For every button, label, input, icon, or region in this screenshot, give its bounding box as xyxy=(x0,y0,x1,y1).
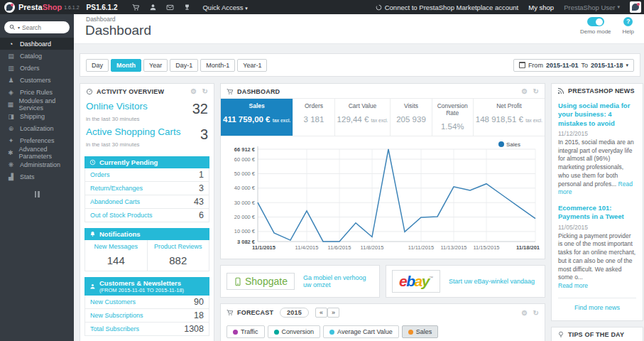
demo-mode-control: Demo mode xyxy=(580,17,611,35)
kpi-sales[interactable]: Sales411 759,00 € tax excl. xyxy=(221,99,293,136)
user-menu[interactable]: PrestaShop User ▾ xyxy=(564,4,620,11)
sidebar-item-modules[interactable]: ▦Modules and Services xyxy=(0,98,74,110)
online-visitors-value: 32 xyxy=(192,101,208,117)
range-button-month[interactable]: Month xyxy=(111,59,141,72)
page-header: Dashboard Dashboard Demo mode ? Help xyxy=(74,14,644,44)
date-range-picker[interactable]: From 2015-11-01 To 2015-11-18 ▾ xyxy=(513,59,634,72)
sidebar-item-advanced-parameters[interactable]: ✱Advanced Parameters xyxy=(0,146,74,158)
kpi-net-profit[interactable]: Net Profit148 918,51 € tax excl. xyxy=(473,99,545,136)
my-shop-link[interactable]: My shop xyxy=(528,4,554,11)
sidebar-collapse-button[interactable] xyxy=(33,191,41,197)
pending-row-orders: Orders1 xyxy=(84,168,209,182)
sidebar-item-orders[interactable]: ▥Orders xyxy=(0,62,74,74)
range-button-year[interactable]: Year xyxy=(143,59,168,72)
forecast-year[interactable]: 2015 xyxy=(280,308,309,318)
range-button-month-1[interactable]: Month-1 xyxy=(200,59,235,72)
search-icon xyxy=(9,24,16,31)
toggle-sales[interactable]: Sales xyxy=(402,325,439,338)
price-tag-icon: ◈ xyxy=(7,89,15,96)
sidebar-item-customers[interactable]: ♟Customers xyxy=(0,74,74,86)
refresh-icon[interactable]: ↻ xyxy=(533,309,539,317)
orders-icon: ▥ xyxy=(7,65,15,72)
news-article-title[interactable]: Ecommerce 101: Payments in a Tweet xyxy=(558,204,636,222)
gear-icon[interactable]: ⚙ xyxy=(521,87,528,95)
messages-icon[interactable] xyxy=(161,4,178,11)
user-avatar[interactable] xyxy=(630,1,641,13)
sidebar-item-stats[interactable]: ▟Stats xyxy=(0,170,74,183)
sidebar-item-preferences[interactable]: ✦Preferences xyxy=(0,134,74,146)
svg-text:40 000 €: 40 000 € xyxy=(234,185,256,191)
shopgate-ad[interactable]: Shopgate Ga mobiel en verhoog uw omzet xyxy=(220,265,380,298)
svg-text:11/8/2015: 11/8/2015 xyxy=(361,244,384,251)
help-icon[interactable]: ? xyxy=(623,17,633,26)
dashboard-icon: ◔ xyxy=(7,40,15,48)
breadcrumb[interactable]: Dashboard xyxy=(86,16,116,23)
active-carts-link[interactable]: Active Shopping Carts xyxy=(86,126,181,137)
svg-text:11/4/2015: 11/4/2015 xyxy=(295,244,319,251)
sidebar-item-catalog[interactable]: ▤Catalog xyxy=(0,50,74,62)
news-panel-header: PRESTASHOP NEWS xyxy=(552,84,643,97)
kpi-cart-value[interactable]: Cart Value129,44 € tax excl. xyxy=(334,99,391,136)
forecast-next-button[interactable]: » xyxy=(327,308,339,318)
lightbulb-icon xyxy=(557,331,564,338)
kpi-visits[interactable]: Visits205 939 xyxy=(390,99,431,136)
gears-icon: ✱ xyxy=(7,149,14,156)
quick-access-menu[interactable]: Quick Access ▾ xyxy=(202,4,247,11)
search-type-caret[interactable]: ▾ xyxy=(18,25,20,30)
search-input[interactable] xyxy=(22,24,59,31)
online-visitors-sub: in the last 30 minutes xyxy=(86,116,208,122)
bell-icon xyxy=(89,231,96,237)
demo-mode-toggle[interactable] xyxy=(587,17,604,26)
chevron-down-icon: ▾ xyxy=(626,63,628,68)
cart-icon[interactable] xyxy=(127,4,144,11)
kpi-orders[interactable]: Orders3 181 xyxy=(293,99,334,136)
sidebar-search[interactable]: ▾ xyxy=(4,21,70,33)
range-button-day-1[interactable]: Day-1 xyxy=(170,59,198,72)
range-button-year-1[interactable]: Year-1 xyxy=(237,59,267,72)
gear-icon[interactable]: ⚙ xyxy=(190,87,197,95)
news-article-body: In 2015, social media are an integral pa… xyxy=(558,139,636,197)
page-title: Dashboard xyxy=(85,23,151,38)
chevron-down-icon: ▾ xyxy=(245,6,248,11)
cart-icon xyxy=(227,88,234,95)
forecast-prev-button[interactable]: « xyxy=(315,308,327,318)
sidebar-item-shipping[interactable]: ◨Shipping xyxy=(0,110,74,122)
sidebar-item-administration[interactable]: ❋Administration xyxy=(0,158,74,170)
refresh-icon[interactable]: ↻ xyxy=(202,87,208,95)
toggle-average-cart-value[interactable]: Average Cart Value xyxy=(323,325,399,338)
cog-icon: ❋ xyxy=(7,161,15,168)
svg-text:11/18/201: 11/18/201 xyxy=(516,244,540,251)
gear-icon[interactable]: ⚙ xyxy=(521,309,528,317)
date-from: 2015-11-01 xyxy=(546,62,579,69)
toggle-traffic[interactable]: Traffic xyxy=(227,325,265,338)
shop-name[interactable]: PS1.6.1.2 xyxy=(87,4,118,11)
news-article-title[interactable]: Using social media for your business: 4 … xyxy=(558,102,636,128)
sidebar-item-localization[interactable]: ⊕Localization xyxy=(0,122,74,134)
kpi-conversion-rate[interactable]: Conversion Rate1.54% xyxy=(432,99,473,136)
marketplace-link[interactable]: Connect to PrestaShop Marketplace accoun… xyxy=(376,4,519,11)
bar-chart-icon: ▟ xyxy=(7,173,15,180)
ebay-ad[interactable]: ebay™ Start uw eBay-winkel vandaag xyxy=(386,265,545,298)
sidebar-item-dashboard[interactable]: ◔Dashboard xyxy=(0,38,74,50)
refresh-icon[interactable]: ↻ xyxy=(533,87,539,95)
customers-row-new-customers: New Customers90 xyxy=(84,296,209,309)
find-more-news-link[interactable]: Find more news xyxy=(558,298,636,318)
customer-icon[interactable] xyxy=(144,4,161,11)
active-carts-sub: in the last 30 minutes xyxy=(86,141,208,148)
active-carts-value: 3 xyxy=(200,126,208,143)
notification-product-reviews[interactable]: Product Reviews882 xyxy=(147,240,209,271)
toggle-conversion[interactable]: Conversion xyxy=(268,325,321,338)
shopgate-ad-link[interactable]: Ga mobiel en verhoog uw omzet xyxy=(303,274,373,288)
catalog-icon: ▤ xyxy=(7,53,15,60)
top-bar: PrestaShop 1.6.1.2 PS1.6.1.2 Quick Acces… xyxy=(0,0,644,14)
ebay-ad-link[interactable]: Start uw eBay-winkel vandaag xyxy=(449,278,535,285)
notification-new-messages[interactable]: New Messages144 xyxy=(85,240,147,271)
read-more-link[interactable]: Read more xyxy=(558,282,588,289)
customers-newsletters-section: Customers & Newsletters(FROM 2015-11-01 … xyxy=(84,277,209,336)
range-button-day[interactable]: Day xyxy=(86,59,109,72)
trophy-icon[interactable] xyxy=(178,4,195,11)
person-icon xyxy=(89,283,96,290)
sidebar-item-price-rules[interactable]: ◈Price Rules xyxy=(0,86,74,98)
online-visitors-link[interactable]: Online Visitors xyxy=(86,101,148,112)
customers-row-total-subscribers: Total Subscribers1308 xyxy=(84,323,209,336)
